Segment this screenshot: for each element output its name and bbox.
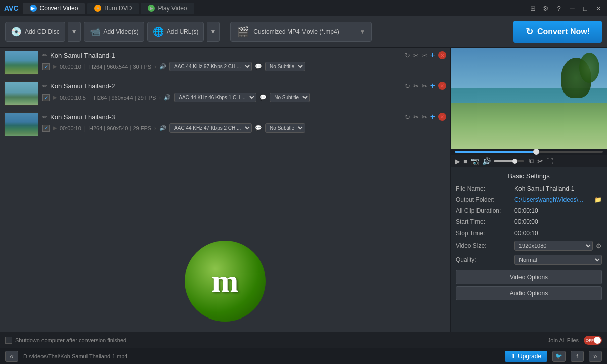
video-size-gear[interactable]: ⚙ [596, 242, 602, 250]
volume-icon[interactable]: 🔊 [482, 157, 491, 165]
refresh-btn-1[interactable]: ↻ [405, 52, 410, 59]
scissors-btn-2[interactable]: ✂ [413, 82, 419, 90]
join-files-toggle[interactable]: OFF [584, 336, 602, 345]
close-btn-2[interactable]: ✕ [438, 82, 446, 90]
pencil-icon-1[interactable]: ✏ [42, 52, 47, 59]
toggle-knob [594, 337, 601, 344]
play-icon: ▶ [148, 5, 155, 12]
title-tabs: ▶ Convert Video ● Burn DVD ▶ Play Video [23, 3, 524, 14]
checkbox-3[interactable]: ✓ [42, 125, 50, 132]
volume-bar[interactable] [494, 160, 524, 162]
url-icon: 🌐 [153, 26, 164, 37]
toggle-text: OFF [586, 338, 594, 342]
tab-convert-video[interactable]: ▶ Convert Video [23, 3, 85, 14]
convert-label: Convert Now! [537, 27, 590, 36]
help-icon[interactable]: ? [554, 4, 563, 13]
upgrade-label: Upgrade [518, 353, 541, 360]
convert-refresh-icon: ↻ [526, 26, 533, 37]
minimize-button[interactable]: ─ [568, 4, 577, 13]
close-button[interactable]: ✕ [594, 4, 603, 13]
start-time-value: 00:00:00 [514, 218, 602, 225]
add-cd-label: Add CD Disc [25, 28, 60, 35]
toolbar: 💿 Add CD Disc ▼ 📹 Add Video(s) 🌐 Add URL… [0, 16, 607, 48]
format-selector[interactable]: 🎬 Customized MP4 Movie (*.mp4) ▼ [230, 22, 372, 42]
audio-select-3[interactable]: AAC 44 KHz 47 Kbps 2 CH ... [169, 123, 252, 133]
thumbnail-3 [4, 112, 38, 136]
stop-button[interactable]: ■ [463, 157, 467, 165]
progress-bar[interactable] [455, 151, 603, 153]
tab-burn-label: Burn DVD [104, 5, 132, 12]
right-panel: ▶ ■ 📷 🔊 ⧉ ✂ ⛶ Basic Settings File Name: … [450, 48, 607, 332]
add-video-button[interactable]: 📹 Add Video(s) [84, 22, 144, 42]
subtitle-select-2[interactable]: No Subtitle [270, 93, 310, 102]
video-title-3: Koh Samui Thailand-3 [50, 113, 115, 121]
add-url-button[interactable]: 🌐 Add URL(s) [147, 22, 204, 42]
maximize-button[interactable]: □ [581, 4, 590, 13]
nav-next-button[interactable]: » [589, 351, 602, 362]
nav-prev-button[interactable]: « [5, 351, 18, 362]
facebook-button[interactable]: f [571, 351, 584, 362]
checkbox-2[interactable]: ✓ [42, 94, 50, 101]
add-cd-button[interactable]: 💿 Add CD Disc [5, 22, 65, 42]
video-title-1: Koh Samui Thailand-1 [50, 52, 115, 59]
sep-2: | [89, 94, 91, 101]
plus-btn-2[interactable]: + [430, 81, 435, 90]
screenshot-button[interactable]: 📷 [470, 157, 479, 165]
twitter-button[interactable]: 🐦 [552, 351, 566, 362]
convert-icon: ▶ [30, 5, 37, 12]
start-time-label: Start Time: [456, 218, 511, 225]
tab-play-video[interactable]: ▶ Play Video [141, 3, 194, 14]
trim-btn-1[interactable]: ✂ [422, 52, 427, 59]
progress-thumb[interactable] [533, 149, 539, 155]
status-bar: « D:\videos\Thai\Koh Samui Thailand-1.mp… [0, 348, 607, 364]
copy-button[interactable]: ⧉ [529, 157, 534, 165]
play-icon-2: ▶ [53, 94, 57, 101]
duration-3: 00:00:10 [60, 125, 81, 131]
scissors-btn-3[interactable]: ✂ [413, 113, 419, 121]
close-btn-3[interactable]: ✕ [438, 113, 446, 121]
preview-progress [451, 149, 607, 155]
plus-btn-1[interactable]: + [430, 51, 435, 60]
tab-burn-dvd[interactable]: ● Burn DVD [87, 3, 139, 14]
setting-quality: Quality: Normal [456, 255, 602, 265]
folder-icon[interactable]: 📁 [594, 196, 602, 203]
quality-select[interactable]: Normal [514, 255, 602, 265]
fullscreen-button[interactable]: ⛶ [546, 157, 553, 165]
volume-thumb[interactable] [512, 159, 517, 164]
refresh-btn-2[interactable]: ↻ [405, 82, 410, 90]
pencil-icon-2[interactable]: ✏ [42, 83, 47, 89]
divider-1 [225, 23, 225, 41]
subtitle-select-1[interactable]: No Subtitle [265, 62, 305, 71]
trim-btn-3[interactable]: ✂ [422, 113, 427, 121]
output-folder-value[interactable]: C:\Users\yangh\Videos\... [514, 196, 591, 203]
preview-land [451, 103, 607, 149]
add-cd-dropdown[interactable]: ▼ [68, 22, 81, 42]
video-options-button[interactable]: Video Options [456, 270, 602, 284]
taskbar-icon[interactable]: ⊞ [528, 4, 537, 13]
clip-duration-label: All Clip Duration: [456, 207, 511, 214]
audio-select-2[interactable]: AAC 44 KHz 46 Kbps 1 CH ... [174, 93, 256, 102]
refresh-btn-3[interactable]: ↻ [405, 113, 410, 121]
cut-button[interactable]: ✂ [537, 157, 543, 165]
trim-btn-2[interactable]: ✂ [422, 82, 427, 90]
audio-options-button[interactable]: Audio Options [456, 286, 602, 300]
video-size-select[interactable]: 1920x1080 [514, 241, 593, 251]
close-btn-1[interactable]: ✕ [438, 51, 446, 59]
shutdown-label: Shutdown computer after conversion finis… [15, 337, 126, 343]
checkbox-1[interactable]: ✓ [42, 63, 50, 70]
scissors-btn-1[interactable]: ✂ [413, 52, 419, 59]
play-button[interactable]: ▶ [455, 157, 460, 165]
subtitle-select-3[interactable]: No Subtitle [265, 123, 305, 133]
add-url-dropdown[interactable]: ▼ [207, 22, 220, 42]
item-actions-3: ↻ ✂ ✂ + ✕ [405, 112, 446, 121]
audio-icon-2: 🔊 [164, 94, 171, 101]
upgrade-button[interactable]: ⬆ Upgrade [505, 351, 547, 362]
plus-btn-3[interactable]: + [430, 112, 435, 121]
file-path: D:\videos\Thai\Koh Samui Thailand-1.mp4 [23, 353, 500, 359]
settings-icon[interactable]: ⚙ [541, 4, 550, 13]
pencil-icon-3[interactable]: ✏ [42, 114, 47, 120]
shutdown-checkbox[interactable] [5, 337, 12, 344]
audio-select-1[interactable]: AAC 44 KHz 97 Kbps 2 CH ... [169, 62, 252, 71]
convert-now-button[interactable]: ↻ Convert Now! [513, 21, 602, 43]
duration-1: 00:00:10 [60, 64, 81, 70]
